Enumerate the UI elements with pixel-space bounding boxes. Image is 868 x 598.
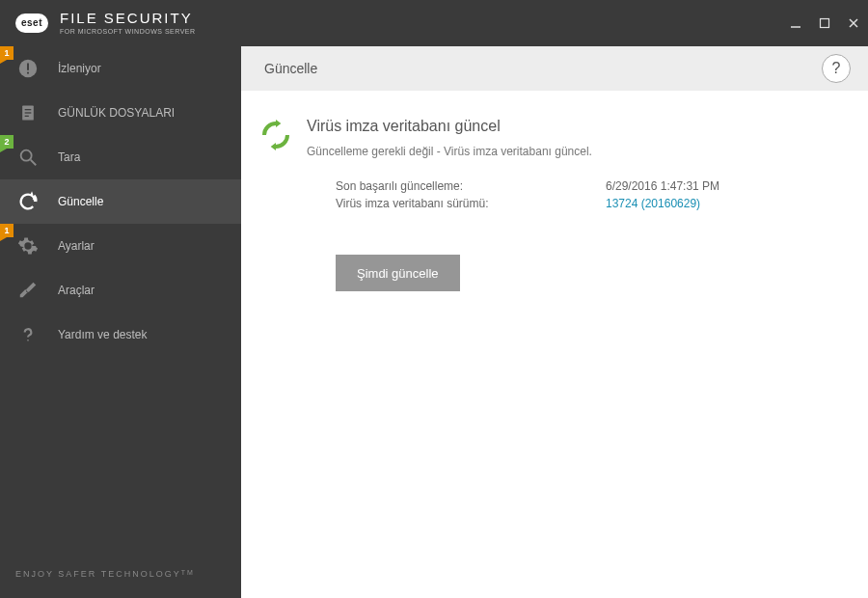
sidebar-item-label: Güncelle xyxy=(58,195,103,208)
logo-eset: eset xyxy=(15,14,48,33)
badge-count: 2 xyxy=(0,135,14,149)
alert-icon xyxy=(17,58,39,79)
maximize-button[interactable] xyxy=(818,16,831,30)
sidebar-item-label: GÜNLÜK DOSYALARI xyxy=(58,106,175,120)
trademark-symbol: TM xyxy=(181,569,195,576)
footer-slogan: ENJOY SAFER TECHNOLOGY xyxy=(15,569,181,579)
svg-point-11 xyxy=(21,150,32,161)
status-description: Güncelleme gerekli değil - Virüs imza ve… xyxy=(307,145,592,158)
last-update-label: Son başarılı güncelleme: xyxy=(336,179,606,193)
sidebar-item-label: İzleniyor xyxy=(58,62,101,75)
sidebar-item-scan[interactable]: 2 Tara xyxy=(0,135,241,179)
sidebar-item-label: Ayarlar xyxy=(58,239,95,253)
close-button[interactable] xyxy=(847,16,860,30)
tools-icon xyxy=(17,280,39,301)
badge-alert: 1 xyxy=(0,46,14,60)
minimize-button[interactable] xyxy=(789,16,802,30)
sidebar-item-label: Tara xyxy=(58,150,80,164)
title-text-block: FILE SECURITY FOR MICROSOFT WINDOWS SERV… xyxy=(60,11,196,35)
gear-icon xyxy=(17,235,39,257)
svg-rect-6 xyxy=(27,72,29,74)
sidebar-item-settings[interactable]: 1 Ayarlar xyxy=(0,224,241,268)
content-header: Güncelle ? xyxy=(241,46,868,91)
help-button[interactable]: ? xyxy=(822,54,851,83)
svg-rect-1 xyxy=(821,19,829,28)
sidebar-item-update[interactable]: Güncelle xyxy=(0,179,241,224)
svg-rect-5 xyxy=(27,64,29,70)
status-ok-icon xyxy=(260,120,291,150)
db-version-link[interactable]: 13724 (20160629) xyxy=(606,197,700,210)
app-title: FILE SECURITY xyxy=(60,11,196,27)
update-now-button[interactable]: Şimdi güncelle xyxy=(336,255,460,291)
help-icon: ? xyxy=(832,60,841,77)
update-details: Son başarılı güncelleme: 6/29/2016 1:47:… xyxy=(336,179,849,210)
last-update-value: 6/29/2016 1:47:31 PM xyxy=(606,179,719,193)
svg-marker-16 xyxy=(276,120,281,127)
app-subtitle: FOR MICROSOFT WINDOWS SERVER xyxy=(60,28,196,36)
page-title: Güncelle xyxy=(264,61,317,76)
svg-point-14 xyxy=(25,243,31,249)
refresh-icon xyxy=(17,191,39,212)
svg-point-15 xyxy=(27,340,29,341)
sidebar: 1 İzleniyor GÜNLÜK DOSYALARI 2 Tara xyxy=(0,46,241,598)
badge-alert: 1 xyxy=(0,224,14,237)
logo-text: eset xyxy=(21,14,42,33)
document-icon xyxy=(17,102,39,123)
question-icon xyxy=(17,324,39,345)
sidebar-item-label: Araçlar xyxy=(58,284,95,297)
content-area: Güncelle ? Virüs imza veritabanı güncel … xyxy=(241,46,868,598)
db-version-label: Virüs imza veritabanı sürümü: xyxy=(336,197,606,210)
sidebar-item-label: Yardım ve destek xyxy=(58,328,147,341)
sidebar-footer: ENJOY SAFER TECHNOLOGYTM xyxy=(0,550,241,598)
status-heading: Virüs imza veritabanı güncel xyxy=(307,118,592,135)
svg-line-12 xyxy=(31,160,37,166)
search-icon xyxy=(17,147,39,168)
title-bar: eset FILE SECURITY FOR MICROSOFT WINDOWS… xyxy=(0,0,868,46)
sidebar-item-logs[interactable]: GÜNLÜK DOSYALARI xyxy=(0,91,241,135)
sidebar-item-monitoring[interactable]: 1 İzleniyor xyxy=(0,46,241,91)
sidebar-item-tools[interactable]: Araçlar xyxy=(0,268,241,313)
sidebar-item-help[interactable]: Yardım ve destek xyxy=(0,313,241,357)
svg-marker-17 xyxy=(271,143,276,150)
